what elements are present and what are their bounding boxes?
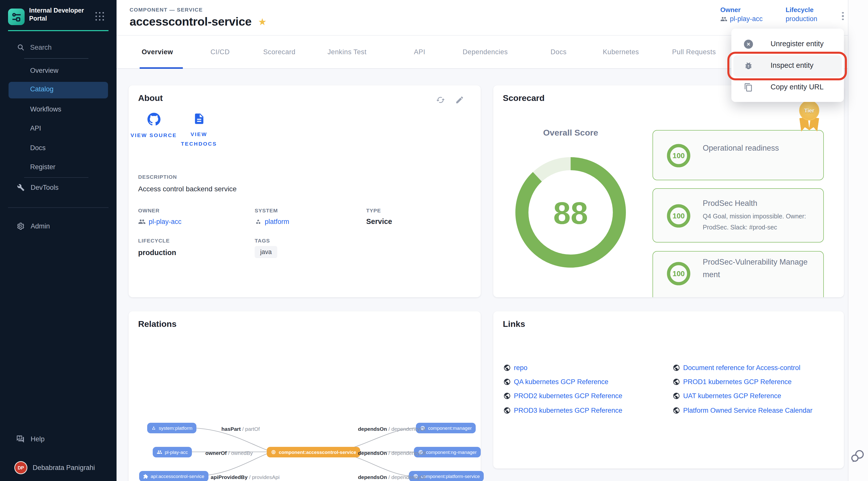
globe-icon [503, 364, 511, 372]
link-release-calendar[interactable]: Platform Owned Service Release Calendar [673, 407, 812, 414]
link-qa-kubernetes[interactable]: QA kubernetes GCP Reference [503, 378, 608, 386]
tab-cicd[interactable]: CI/CD [211, 48, 230, 56]
techdocs-icon [193, 113, 205, 125]
sidebar-item-devtools[interactable]: DevTools [17, 184, 59, 191]
sidebar-divider [24, 177, 88, 178]
edit-pencil-icon[interactable] [455, 95, 464, 104]
globe-icon [503, 378, 511, 386]
check-title: ProdSec Health [703, 197, 818, 210]
breadcrumb: COMPONENT — SERVICE [130, 6, 203, 12]
search-icon [17, 44, 25, 51]
tab-jenkins-test[interactable]: Jenkins Test [328, 48, 366, 56]
sidebar-item-label: Help [31, 435, 45, 443]
scorecard-title: Scorecard [503, 93, 545, 103]
scrollbar-gutter[interactable] [848, 0, 868, 481]
sidebar-accent-divider [8, 30, 108, 31]
sidebar-item-api[interactable]: API [30, 124, 41, 134]
favorite-star-icon[interactable]: ★ [258, 16, 267, 28]
owner-link[interactable]: pl-play-acc [720, 14, 763, 24]
apps-grid-icon[interactable] [95, 12, 104, 21]
sidebar-item-help[interactable]: ? Help [16, 435, 45, 443]
sidebar-user[interactable]: DP Debabrata Panigrahi [15, 462, 95, 474]
edge-label: hasPart / partOf [195, 426, 286, 432]
owner-block: Owner pl-play-acc [720, 5, 763, 24]
tags-field-label: TAGS [255, 237, 270, 244]
globe-icon [673, 364, 680, 372]
check-score-ring: 100 [665, 261, 692, 287]
svg-text:100: 100 [673, 212, 685, 220]
cancel-icon: × [744, 40, 753, 49]
edge-label: apiProvidedBy / providesApi [200, 474, 290, 480]
edge-label: ownerOf / ownedBy [184, 450, 274, 456]
tab-dependencies[interactable]: Dependencies [463, 48, 508, 56]
scorecard-check-row[interactable]: 100 Operational readiness [652, 130, 824, 180]
sidebar: Internal Developer Portal Search Overvie… [0, 0, 117, 481]
edge-label: dependsOn / dependencyOf [347, 450, 437, 456]
sidebar-search[interactable]: Search [17, 44, 52, 51]
tab-scorecard[interactable]: Scorecard [263, 48, 296, 56]
chat-widget-icon[interactable] [850, 449, 865, 464]
sidebar-item-label: Catalog [30, 85, 54, 93]
app-logo[interactable] [8, 8, 25, 25]
links-title: Links [503, 319, 525, 329]
tab-pull-requests[interactable]: Pull Requests [672, 48, 716, 56]
portal-logo-icon [11, 11, 22, 22]
search-placeholder: Search [30, 44, 52, 51]
active-tab-indicator [140, 67, 183, 69]
check-score-ring: 100 [665, 142, 692, 169]
tier-badge: Tier [798, 100, 820, 132]
entity-menu-button[interactable] [839, 8, 847, 24]
lifecycle-field-value: production [138, 249, 176, 257]
link-prod1-kubernetes[interactable]: PROD1 kubernetes GCP Reference [673, 378, 792, 386]
owner-field-label: OWNER [138, 207, 160, 214]
help-chat-icon: ? [16, 435, 25, 443]
tab-api[interactable]: API [414, 48, 425, 56]
scorecard-check-row[interactable]: 100 ProdSec Health Q4 Goal, mission impo… [652, 188, 824, 243]
sidebar-item-catalog[interactable]: Catalog [8, 82, 108, 98]
tab-docs[interactable]: Docs [551, 48, 567, 56]
view-techdocs-link[interactable]: VIEW TECHDOCS [175, 113, 223, 149]
tab-kubernetes[interactable]: Kubernetes [603, 48, 639, 56]
check-score-ring: 100 [665, 203, 692, 229]
description-value: Access control backend service [138, 185, 237, 193]
sidebar-item-label: DevTools [31, 184, 59, 191]
scorecard-check-row[interactable]: 100 ProdSec-Vulnerability Management [652, 251, 824, 297]
scorecard-card: Scorecard Overall Score 88 100 Operation… [493, 85, 844, 297]
overall-score-value: 88 [553, 196, 588, 230]
relation-node-component-accesscontrol[interactable]: component:accesscontrol-service [267, 447, 360, 457]
edge-label: dependsOn / dependencyOf [347, 426, 437, 432]
annotation-highlight-box [727, 52, 847, 80]
owner-field-link[interactable]: pl-play-acc [138, 218, 182, 225]
relation-node-system-platform[interactable]: system:platform [147, 423, 196, 433]
app-root: Internal Developer Portal Search Overvie… [0, 0, 868, 481]
app-title: Internal Developer Portal [29, 7, 92, 23]
view-source-link[interactable]: VIEW SOURCE [130, 113, 178, 140]
link-prod3-kubernetes[interactable]: PROD3 kubernetes GCP Reference [503, 407, 622, 414]
sidebar-item-register[interactable]: Register [30, 162, 56, 172]
check-subtitle: Q4 Goal, mission impossible. Owner: Prod… [703, 211, 821, 233]
link-document-reference[interactable]: Document reference for Access-control [673, 364, 800, 372]
system-field-link[interactable]: platform [255, 218, 289, 225]
sidebar-item-label: Admin [31, 222, 50, 230]
link-prod2-kubernetes[interactable]: PROD2 kubernetes GCP Reference [503, 392, 622, 400]
user-name: Debabrata Panigrahi [33, 464, 95, 472]
tier-badge-label: Tier [799, 100, 819, 121]
tag-chip[interactable]: java [255, 246, 277, 258]
about-card: About VIEW SOURCE VIEW TECHDOCS DESCRIPT… [129, 85, 481, 297]
wrench-icon [17, 184, 25, 191]
link-uat-kubernetes[interactable]: UAT kubernetes GCP Reference [673, 392, 781, 400]
link-repo[interactable]: repo [503, 364, 527, 372]
sidebar-item-admin[interactable]: Admin [16, 222, 50, 230]
sidebar-item-docs[interactable]: Docs [30, 143, 46, 153]
svg-text:100: 100 [673, 152, 685, 160]
people-icon [138, 218, 146, 225]
page-title: accesscontrol-service [130, 15, 251, 29]
tab-overview[interactable]: Overview [142, 48, 173, 56]
avatar: DP [15, 462, 27, 474]
sidebar-item-workflows[interactable]: Workflows [30, 104, 61, 115]
refresh-icon[interactable] [436, 95, 445, 104]
relation-node-api-accesscontrol[interactable]: api:accesscontrol-service [139, 471, 208, 481]
sidebar-item-overview[interactable]: Overview [30, 66, 59, 76]
search-underline [24, 58, 88, 59]
type-field-value: Service [366, 217, 392, 225]
